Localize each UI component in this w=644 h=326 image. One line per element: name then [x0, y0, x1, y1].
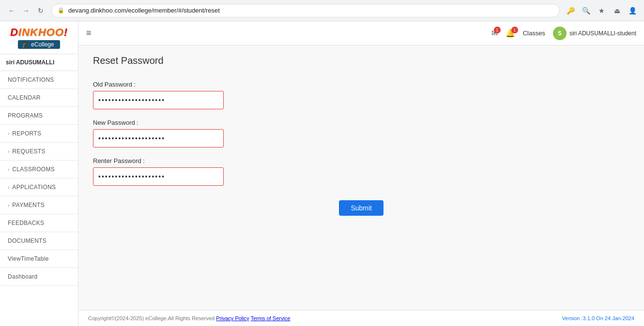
browser-chrome: ← → ↻ 🔒 devang.dinkhoo.com/ecollege/memb…	[0, 0, 644, 21]
user-name-header: siri ADUSUMALLI-student	[569, 30, 636, 37]
new-password-group: New Password :	[93, 119, 383, 148]
browser-actions: 🔑 🔍 ★ ⏏ 👤	[565, 5, 638, 16]
sidebar-item-dashboard[interactable]: Dashboard	[0, 268, 78, 286]
cast-icon[interactable]: ⏏	[611, 5, 623, 16]
bookmark-icon[interactable]: ★	[596, 5, 607, 16]
nav-buttons: ← → ↻	[6, 5, 46, 16]
privacy-policy-link[interactable]: Privacy Policy	[216, 315, 249, 321]
header-left: ≡	[86, 28, 92, 38]
hamburger-button[interactable]: ≡	[86, 28, 92, 38]
sidebar-logo: DINKHOO! 🎓eCollege	[0, 21, 78, 54]
sidebar-nav: NOTIFICATIONS CALENDAR PROGRAMS › REPORT…	[0, 71, 78, 326]
sidebar-item-documents[interactable]: DOCUMENTS	[0, 232, 78, 250]
sidebar-item-notifications[interactable]: NOTIFICATIONS	[0, 71, 78, 89]
renter-password-group: Renter Password :	[93, 157, 383, 186]
new-password-label: New Password :	[93, 119, 383, 126]
search-icon[interactable]: 🔍	[580, 5, 592, 16]
address-bar[interactable]: 🔒 devang.dinkhoo.com/ecollege/member/#/s…	[51, 4, 560, 17]
avatar: S	[553, 27, 567, 40]
renter-password-label: Renter Password :	[93, 157, 383, 164]
sidebar-item-feedbacks[interactable]: FEEDBACKS	[0, 214, 78, 232]
chevron-icon: ›	[8, 185, 9, 190]
submit-row: Submit	[93, 200, 383, 216]
sidebar: DINKHOO! 🎓eCollege siri ADUSUMALLI NOTIF…	[0, 21, 78, 326]
page-title: Reset Password	[93, 55, 629, 66]
footer-version: Version :3.1.0 On 24 Jan-2024	[562, 315, 634, 321]
chevron-icon: ›	[8, 149, 9, 154]
url-text: devang.dinkhoo.com/ecollege/member/#/stu…	[68, 7, 553, 14]
forward-button[interactable]: →	[20, 5, 32, 16]
password-manager-icon[interactable]: 🔑	[565, 5, 576, 16]
bell-button[interactable]: 🔔 1	[506, 29, 515, 38]
new-password-input[interactable]	[93, 129, 224, 148]
chevron-icon: ›	[8, 203, 9, 208]
bell-badge: 1	[511, 27, 518, 33]
app-container: DINKHOO! 🎓eCollege siri ADUSUMALLI NOTIF…	[0, 21, 644, 326]
sidebar-item-reports[interactable]: › REPORTS	[0, 125, 78, 143]
content-area: Reset Password Old Password : New Passwo…	[78, 45, 644, 310]
renter-password-input[interactable]	[93, 167, 224, 186]
old-password-input[interactable]	[93, 91, 224, 109]
sidebar-item-calendar[interactable]: CALENDAR	[0, 89, 78, 107]
sidebar-item-classrooms[interactable]: › CLASSROOMS	[0, 161, 78, 178]
site-security-icon: 🔒	[58, 7, 64, 14]
sidebar-item-payments[interactable]: › PAYMENTS	[0, 196, 78, 214]
logo-dinkhoo: DINKHOO!	[5, 26, 73, 39]
old-password-label: Old Password :	[93, 81, 383, 88]
sidebar-item-applications[interactable]: › APPLICATIONS	[0, 178, 78, 196]
sidebar-user: siri ADUSUMALLI	[0, 54, 78, 71]
sidebar-item-requests[interactable]: › REQUESTS	[0, 143, 78, 161]
terms-link[interactable]: Terms of Service	[251, 315, 291, 321]
footer-copyright: Copyright©(2024-2025) eCollege.All Right…	[88, 315, 291, 321]
reset-password-form: Old Password : New Password : Renter Pas…	[93, 81, 383, 216]
header-right: ✉ 1 🔔 1 Classes S siri ADUSUMALLI-studen…	[491, 27, 636, 40]
classes-link[interactable]: Classes	[523, 30, 545, 37]
footer: Copyright©(2024-2025) eCollege.All Right…	[78, 310, 644, 326]
logo-ecollege: 🎓eCollege	[18, 40, 60, 49]
top-header: ≡ ✉ 1 🔔 1 Classes S siri ADUSUMALLI-stud…	[78, 21, 644, 45]
user-profile[interactable]: S siri ADUSUMALLI-student	[553, 27, 636, 40]
email-badge: 1	[494, 27, 501, 33]
old-password-group: Old Password :	[93, 81, 383, 109]
sidebar-item-programs[interactable]: PROGRAMS	[0, 107, 78, 125]
submit-button[interactable]: Submit	[339, 200, 383, 216]
main-content: Reset Password Old Password : New Passwo…	[78, 45, 644, 326]
sidebar-item-viewtimetable[interactable]: ViewTimeTable	[0, 250, 78, 268]
email-button[interactable]: ✉ 1	[491, 29, 498, 38]
back-button[interactable]: ←	[6, 5, 17, 16]
profile-icon[interactable]: 👤	[627, 5, 638, 16]
chevron-icon: ›	[8, 131, 9, 136]
reload-button[interactable]: ↻	[35, 5, 46, 16]
chevron-icon: ›	[8, 167, 9, 172]
